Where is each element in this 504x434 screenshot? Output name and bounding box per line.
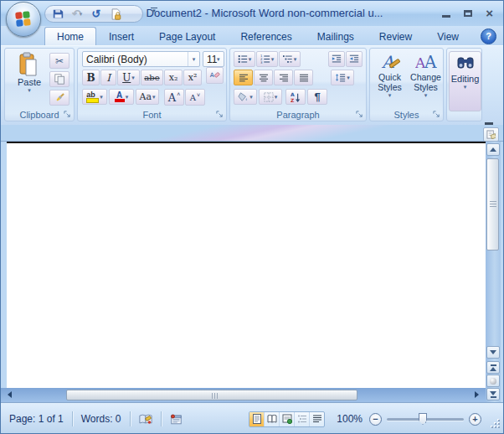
justify-button[interactable] [294, 70, 313, 85]
underline-button[interactable]: U ▾ [117, 70, 140, 85]
line-spacing-icon [335, 73, 346, 82]
save-button[interactable] [50, 7, 65, 21]
bullets-button[interactable]: ▾ [234, 51, 255, 67]
clipboard-dialog-launcher[interactable] [64, 111, 71, 118]
horizontal-scrollbar-thumb[interactable] [66, 390, 357, 400]
zoom-level-label[interactable]: 100% [333, 413, 366, 425]
shrink-font-caret-icon: ˅ [197, 92, 200, 98]
print-layout-view-button[interactable] [249, 412, 265, 426]
window-resize-grip[interactable] [488, 416, 500, 428]
redo-button[interactable]: ↺ [89, 7, 104, 21]
shrink-font-button[interactable]: A ˅ [185, 89, 205, 106]
highlight-button[interactable]: ab ▾ [82, 89, 107, 105]
tab-insert[interactable]: Insert [96, 27, 147, 45]
align-center-icon [259, 74, 269, 82]
justify-icon [299, 74, 309, 82]
font-name-combobox[interactable]: Calibri (Body) ▾ [82, 51, 200, 67]
tab-references[interactable]: References [228, 27, 304, 45]
font-dialog-launcher[interactable] [216, 111, 224, 118]
paragraph-dialog-launcher[interactable] [356, 111, 363, 118]
full-screen-reading-view-button[interactable] [265, 412, 280, 426]
tab-view[interactable]: View [424, 27, 471, 45]
draft-view-icon [312, 414, 322, 424]
grow-font-caret-icon: ˄ [177, 91, 180, 97]
editing-button[interactable]: Editing ▾ [449, 51, 481, 111]
cut-button[interactable]: ✂ [49, 53, 69, 69]
copy-button[interactable] [49, 71, 69, 87]
draft-view-button[interactable] [310, 412, 324, 426]
maximize-button[interactable] [464, 10, 472, 17]
status-bar: Page: 1 of 1 Words: 0 [1, 402, 503, 434]
paragraph-group: ▾ 1 2 3 ▾ ▾ [229, 48, 367, 121]
show-hide-pilcrow-button[interactable]: ¶ [307, 89, 327, 105]
superscript-button[interactable]: x² [183, 70, 202, 85]
align-left-button[interactable] [234, 70, 253, 85]
clear-formatting-button[interactable]: A [206, 67, 224, 84]
customize-quick-access-button[interactable]: ▾ [150, 8, 158, 13]
align-center-button[interactable] [254, 70, 273, 85]
decrease-indent-button[interactable] [328, 51, 345, 67]
previous-page-button[interactable] [486, 361, 500, 374]
view-ruler-toggle-button[interactable] [483, 127, 499, 142]
font-name-dropdown-icon: ▾ [188, 52, 199, 66]
paste-button[interactable]: Paste ▾ [10, 51, 49, 108]
font-size-combobox[interactable]: 11 [203, 51, 224, 67]
decrease-indent-icon [332, 54, 342, 64]
numbering-button[interactable]: 1 2 3 ▾ [256, 51, 278, 67]
scroll-right-button[interactable] [475, 391, 479, 398]
strikethrough-button[interactable]: abe [141, 70, 163, 85]
zoom-slider[interactable] [387, 412, 464, 426]
web-layout-icon [282, 414, 292, 424]
bold-button[interactable]: B [82, 70, 100, 85]
multilevel-list-button[interactable]: ▾ [279, 51, 301, 67]
help-button[interactable]: ? [481, 28, 496, 44]
minimize-button[interactable] [442, 15, 450, 18]
close-button[interactable]: × [486, 9, 493, 18]
increase-indent-button[interactable] [346, 51, 363, 67]
change-case-button[interactable]: Aa ▾ [136, 89, 159, 105]
format-painter-button[interactable] [49, 90, 69, 106]
scroll-up-button[interactable] [486, 143, 500, 156]
office-button[interactable] [6, 2, 41, 37]
sort-icon: A Z [291, 92, 301, 102]
tab-page-layout[interactable]: Page Layout [147, 27, 228, 45]
grow-font-button[interactable]: A ˄ [164, 89, 184, 106]
align-right-button[interactable] [274, 70, 293, 85]
align-right-icon [279, 74, 289, 82]
web-layout-view-button[interactable] [280, 412, 295, 426]
styles-group: A Quick Styles ▾ A A Change Styles ▾ Sty… [369, 48, 444, 121]
shading-button[interactable]: ▾ [234, 89, 257, 105]
arrow-down-icon [490, 350, 496, 354]
italic-button[interactable]: I [100, 70, 116, 85]
change-styles-button[interactable]: A A Change Styles ▾ [408, 51, 444, 108]
font-group-label: Font [78, 110, 226, 120]
zoom-out-button[interactable]: − [369, 413, 382, 426]
page-count-status[interactable]: Page: 1 of 1 [6, 413, 67, 425]
sort-button[interactable]: A Z [285, 89, 306, 105]
styles-dialog-launcher[interactable] [433, 111, 440, 118]
tab-mailings[interactable]: Mailings [305, 27, 367, 45]
proofing-status-button[interactable] [136, 411, 156, 427]
select-browse-object-button[interactable] [486, 375, 500, 387]
document-permissions-button[interactable] [108, 7, 123, 21]
borders-button[interactable]: ▾ [259, 89, 282, 105]
font-color-dropdown-icon: ▾ [126, 95, 129, 100]
scroll-left-button[interactable] [8, 391, 12, 398]
tab-review[interactable]: Review [367, 27, 424, 45]
macro-recording-button[interactable] [167, 411, 187, 427]
quick-styles-button[interactable]: A Quick Styles ▾ [372, 51, 408, 108]
vertical-scrollbar-thumb[interactable] [486, 158, 499, 251]
undo-button[interactable]: ↶▾ [69, 7, 85, 21]
outline-view-button[interactable] [295, 412, 310, 426]
font-color-button[interactable]: A ▾ [109, 89, 134, 105]
document-page[interactable] [7, 142, 486, 388]
browse-object-icon [490, 378, 496, 385]
word-count-status[interactable]: Words: 0 [78, 413, 125, 425]
next-page-button[interactable] [486, 388, 500, 400]
subscript-button[interactable]: x₂ [164, 70, 183, 85]
line-spacing-button[interactable]: ▾ [331, 70, 354, 85]
scroll-down-button[interactable] [486, 346, 500, 359]
print-layout-icon [252, 414, 262, 424]
zoom-in-button[interactable]: + [469, 413, 481, 426]
tab-home[interactable]: Home [44, 27, 96, 45]
